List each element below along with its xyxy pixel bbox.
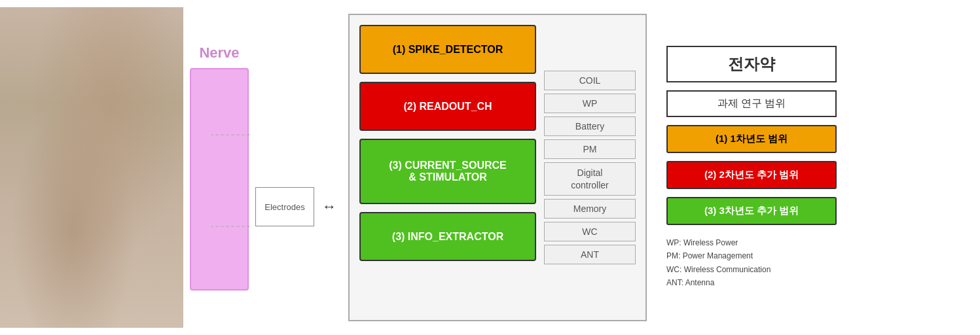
legend-item-2: (2) 2차년도 추가 범위 [666, 161, 837, 189]
component-battery: Battery [544, 116, 636, 136]
readout-ch-block: (2) READOUT_CH [359, 82, 536, 131]
legend-section: 전자약 과제 연구 범위 (1) 1차년도 범위 (2) 2차년도 추가 범위 … [666, 46, 837, 290]
neck-image-section [0, 7, 183, 328]
component-pm: PM [544, 139, 636, 159]
electrodes-label: Electrodes [264, 202, 304, 212]
component-wp: WP [544, 94, 636, 113]
readout-ch-label: (2) READOUT_CH [403, 101, 492, 113]
component-coil: COIL [544, 71, 636, 90]
legend-item-1: (1) 1차년도 범위 [666, 125, 837, 153]
info-extractor-block: (3) INFO_EXTRACTOR [359, 212, 536, 261]
neck-image [0, 7, 183, 328]
current-source-block: (3) CURRENT_SOURCE & STIMULATOR [359, 139, 536, 204]
legend-subtitle: 과제 연구 범위 [666, 90, 837, 117]
nerve-box [190, 68, 249, 291]
legend-title: 전자약 [666, 46, 837, 82]
electrodes-box: Electrodes [255, 187, 314, 226]
left-blocks: (1) SPIKE_DETECTOR (2) READOUT_CH (3) CU… [359, 25, 536, 310]
legend-notes: WP: Wireless Power PM: Power Management … [666, 236, 837, 290]
component-ant: ANT [544, 245, 636, 264]
note-pm: PM: Power Management [666, 249, 837, 262]
component-memory: Memory [544, 199, 636, 219]
note-ant: ANT: Antenna [666, 276, 837, 289]
component-digital-controller: Digitalcontroller [544, 162, 636, 195]
spike-detector-block: (1) SPIKE_DETECTOR [359, 25, 536, 74]
component-wc: WC [544, 222, 636, 241]
component-list: COIL WP Battery PM Digitalcontroller Mem… [544, 25, 636, 310]
main-container: Nerve Electrodes ↔ (1) SPI [0, 0, 980, 335]
legend-item-3: (3) 3차년도 추가 범위 [666, 197, 837, 225]
info-extractor-label: (3) INFO_EXTRACTOR [392, 231, 503, 243]
block-diagram: (1) SPIKE_DETECTOR (2) READOUT_CH (3) CU… [348, 14, 647, 321]
spike-detector-label: (1) SPIKE_DETECTOR [393, 44, 503, 56]
note-wp: WP: Wireless Power [666, 236, 837, 249]
nerve-label: Nerve [199, 44, 239, 62]
note-wc: WC: Wireless Communication [666, 263, 837, 276]
double-arrow-icon: ↔ [322, 198, 336, 215]
current-source-label: (3) CURRENT_SOURCE & STIMULATOR [389, 160, 507, 183]
